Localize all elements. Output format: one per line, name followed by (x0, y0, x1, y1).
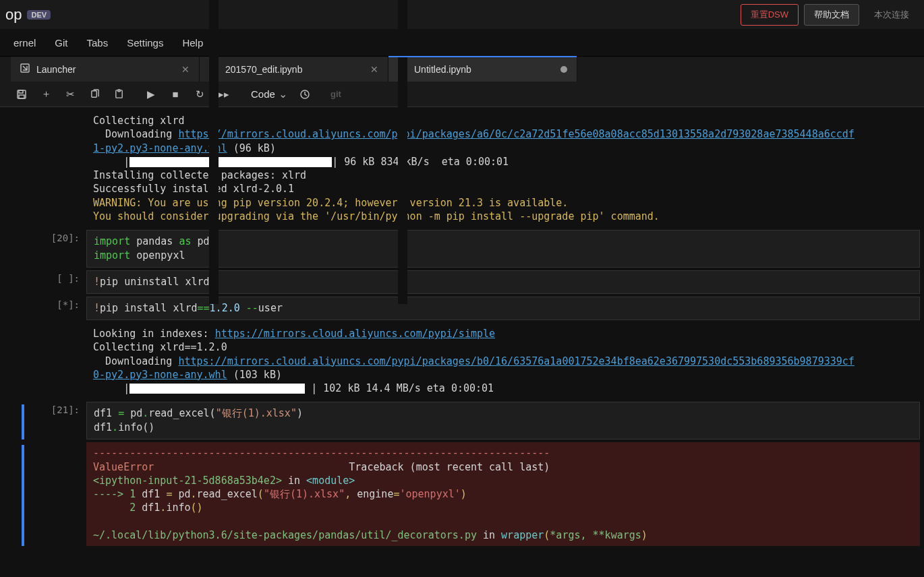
help-docs-button[interactable]: 帮助文档 (804, 4, 859, 26)
cell-gutter (0, 402, 27, 439)
kernel-status-icon[interactable] (294, 85, 316, 104)
cell-prompt (27, 323, 86, 399)
cell-gutter (0, 270, 27, 294)
stop-button[interactable]: ■ (165, 85, 186, 104)
cell-body: Looking in indexes: https://mirrors.clou… (86, 323, 920, 399)
git-icon[interactable]: git (330, 89, 341, 99)
cell-gutter (0, 230, 27, 268)
svg-rect-6 (91, 91, 96, 97)
cell-body: df1 = pd.read_excel("银行(1).xlsx") df1.in… (86, 402, 920, 439)
menu-bar: ernelGitTabsSettingsHelp (0, 29, 924, 56)
menu-git[interactable]: Git (45, 33, 77, 53)
logo-text: op (5, 6, 22, 24)
cell-output: Looking in indexes: https://mirrors.clou… (86, 323, 920, 399)
notebook-cell[interactable]: [*]:!pip install xlrd==1.2.0 --user (0, 297, 924, 320)
close-icon[interactable]: ✕ (181, 64, 190, 75)
menu-help[interactable]: Help (173, 33, 212, 53)
tab-label: Untitled.ipynb (414, 64, 554, 75)
cell-error-output: ----------------------------------------… (86, 442, 920, 546)
cell-prompt (27, 110, 86, 227)
menu-ernel[interactable]: ernel (4, 33, 45, 53)
svg-rect-5 (19, 95, 24, 98)
run-button[interactable]: ▶ (140, 85, 162, 104)
copy-button[interactable] (84, 85, 105, 104)
save-button[interactable] (11, 85, 32, 104)
paste-button[interactable] (108, 85, 129, 104)
notebook-icon (398, 0, 407, 304)
dev-badge: DEV (27, 10, 51, 20)
cell-prompt: [ ]: (27, 270, 86, 294)
cell-gutter (0, 442, 27, 546)
cell-prompt: [*]: (27, 297, 86, 320)
notebook-cell[interactable]: Collecting xlrd Downloading https://mirr… (0, 110, 924, 227)
topbar-right: 重置DSW 帮助文档 本次连接 (741, 4, 919, 26)
menu-settings[interactable]: Settings (117, 33, 173, 53)
notebook-cell[interactable]: [21]:df1 = pd.read_excel("银行(1).xlsx") d… (0, 402, 924, 439)
notebook-area[interactable]: Collecting xlrd Downloading https://mirr… (0, 107, 924, 577)
execution-indicator (22, 404, 24, 439)
topbar-left: op DEV (5, 6, 51, 24)
cell-prompt: [21]: (27, 402, 86, 439)
tab-201570-edit-ipynb[interactable]: 201570_edit.ipynb✕ (200, 57, 388, 82)
reset-dsw-button[interactable]: 重置DSW (741, 4, 799, 26)
close-icon[interactable]: ✕ (370, 64, 378, 75)
restart-button[interactable]: ↻ (189, 85, 210, 104)
top-bar: op DEV 重置DSW 帮助文档 本次连接 (0, 0, 924, 29)
cut-button[interactable]: ✂ (59, 85, 81, 104)
launcher-icon (20, 63, 30, 75)
cell-body: ----------------------------------------… (86, 442, 920, 546)
tab-launcher[interactable]: Launcher✕ (11, 57, 200, 82)
tab-label: Launcher (36, 64, 175, 75)
insert-cell-button[interactable]: ＋ (35, 85, 57, 104)
notebook-cell[interactable]: [ ]:!pip uninstall xlrd (0, 270, 924, 294)
notebook-toolbar: ＋ ✂ ▶ ■ ↻ ▸▸ Code git (0, 82, 924, 107)
tab-bar: Launcher✕201570_edit.ipynb✕Untitled.ipyn… (0, 56, 924, 82)
execution-indicator (22, 445, 24, 546)
notebook-cell[interactable]: Looking in indexes: https://mirrors.clou… (0, 323, 924, 399)
svg-rect-4 (19, 90, 23, 93)
notebook-icon (209, 0, 219, 304)
cell-gutter (0, 110, 27, 227)
notebook-cell[interactable]: ----------------------------------------… (0, 442, 924, 546)
cell-type-select-wrap: Code (246, 86, 291, 102)
cell-gutter (0, 323, 27, 399)
cell-type-select[interactable]: Code (246, 86, 291, 102)
notebook-cell[interactable]: [20]:import pandas as pd import openpyxl (0, 230, 924, 268)
cell-prompt (27, 442, 86, 546)
code-input[interactable]: df1 = pd.read_excel("银行(1).xlsx") df1.in… (86, 402, 920, 439)
tab-label: 201570_edit.ipynb (225, 64, 364, 75)
cell-prompt: [20]: (27, 230, 86, 268)
dirty-indicator-icon (560, 66, 567, 73)
connection-status-button[interactable]: 本次连接 (865, 4, 919, 26)
tab-untitled-ipynb[interactable]: Untitled.ipynb (388, 57, 577, 82)
cell-gutter (0, 297, 27, 320)
menu-tabs[interactable]: Tabs (78, 33, 118, 53)
